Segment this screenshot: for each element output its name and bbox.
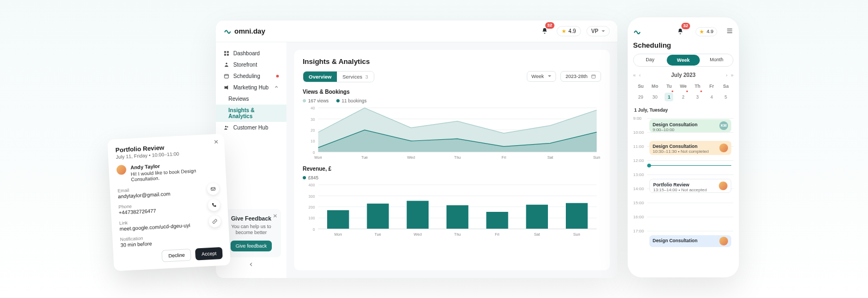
close-icon[interactable]: ✕ xyxy=(214,138,219,145)
svg-point-8 xyxy=(227,126,228,127)
phone-icon xyxy=(211,202,217,208)
granularity-select[interactable]: Week xyxy=(527,71,557,82)
svg-text:40: 40 xyxy=(311,106,315,111)
calendar-day[interactable]: 4 xyxy=(705,91,718,103)
sidebar-item-dashboard[interactable]: Dashboard xyxy=(216,48,286,59)
dashboard-window: omni.day 32 ★ 4.9 VP Dashboard Storefron… xyxy=(216,21,617,278)
notification-bell[interactable]: 32 xyxy=(675,26,686,37)
calendar-day[interactable]: 30 xyxy=(648,91,661,103)
svg-text:Sun: Sun xyxy=(593,155,601,159)
weekday-label: Th xyxy=(691,82,704,90)
calendar-day[interactable]: 3 xyxy=(691,91,704,103)
feedback-body: You can help us to become better xyxy=(227,224,275,236)
chevron-up-icon xyxy=(274,85,279,90)
period-select[interactable]: 2023-28th xyxy=(560,71,601,82)
svg-rect-0 xyxy=(224,51,226,53)
alert-dot-icon xyxy=(276,75,279,77)
decline-button[interactable]: Decline xyxy=(162,249,192,262)
tab-services[interactable]: Services 3 xyxy=(337,72,373,82)
chart-legend: £845 xyxy=(303,175,601,180)
views-bookings-chart: Views & Bookings 167 views 11 bookings 0… xyxy=(303,89,601,160)
prev-icon[interactable]: ‹ xyxy=(639,73,641,78)
analytics-panel: Insights & Analytics Overview Services 3… xyxy=(294,50,610,270)
phone-action-button[interactable] xyxy=(208,199,220,211)
chart-title: Revenue, £ xyxy=(303,166,601,172)
sidebar-item-scheduling[interactable]: Scheduling xyxy=(216,70,286,82)
chart-title: Views & Bookings xyxy=(303,89,601,95)
svg-rect-45 xyxy=(446,205,468,229)
svg-text:0: 0 xyxy=(312,228,315,232)
rating-pill[interactable]: ★ 4.9 xyxy=(695,27,717,36)
svg-text:Sat: Sat xyxy=(547,155,553,159)
svg-point-7 xyxy=(225,126,227,127)
sidebar-label: Marketing Hub xyxy=(233,85,269,90)
avatar xyxy=(719,237,728,245)
weekday-label: Tu xyxy=(662,82,675,90)
svg-text:Mon: Mon xyxy=(334,232,342,237)
next-icon[interactable]: › xyxy=(726,73,727,78)
svg-rect-54 xyxy=(211,187,215,190)
avatar xyxy=(719,182,727,190)
accept-button[interactable]: Accept xyxy=(195,247,223,261)
sidebar-item-insights[interactable]: Insights & Analytics xyxy=(216,105,286,122)
hour-label: 16:00 xyxy=(633,213,647,219)
brand-logo[interactable]: omni.day xyxy=(224,27,265,35)
user-menu[interactable]: VP xyxy=(586,26,610,36)
close-icon[interactable]: ✕ xyxy=(273,213,277,219)
calendar-event[interactable]: Portfolio Review13:15–14:00 • Not accept… xyxy=(649,179,731,193)
weekday-label: Mo xyxy=(648,82,661,90)
sidebar-label: Insights & Analytics xyxy=(228,107,279,119)
star-icon: ★ xyxy=(699,29,704,35)
calendar-day[interactable]: 2 xyxy=(676,91,690,103)
svg-text:Tue: Tue xyxy=(375,232,381,237)
svg-text:Sun: Sun xyxy=(573,232,580,237)
sidebar-item-marketing-hub[interactable]: Marketing Hub xyxy=(216,82,286,93)
svg-rect-1 xyxy=(227,51,228,53)
tab-week[interactable]: Week xyxy=(667,55,699,66)
hour-label: 10:00 xyxy=(633,129,647,135)
prev-fast-icon[interactable]: « xyxy=(633,73,636,78)
notification-bell[interactable]: 32 xyxy=(539,25,550,36)
tab-day[interactable]: Day xyxy=(634,54,666,66)
calendar-event[interactable]: Design Consultation9:00–10:00KM xyxy=(649,119,731,132)
event-title: Design Consultation xyxy=(653,144,728,149)
calendar-icon xyxy=(224,73,229,79)
calendar-week: SuMoTuWeThFrSa 293012345 xyxy=(633,81,733,104)
calendar-event[interactable]: Design Consultation10:30–11:30 • Not com… xyxy=(649,141,731,155)
svg-rect-2 xyxy=(224,54,226,55)
svg-text:200: 200 xyxy=(309,205,315,210)
svg-rect-41 xyxy=(367,204,388,229)
sidebar-item-reviews[interactable]: Reviews xyxy=(216,93,286,105)
calendar-day[interactable]: 1 xyxy=(662,91,675,103)
email-action-button[interactable] xyxy=(207,183,219,195)
hamburger-icon[interactable] xyxy=(726,27,733,36)
event-title: Design Consultation xyxy=(653,122,728,127)
calendar-event[interactable]: Design Consultation xyxy=(649,235,731,247)
phone-title: Scheduling xyxy=(633,41,733,49)
hour-label: 13:00 xyxy=(633,171,647,177)
avatar: KM xyxy=(719,121,728,130)
rating-value: 4.9 xyxy=(569,28,576,34)
rating-pill[interactable]: ★ 4.9 xyxy=(557,26,581,36)
feedback-button[interactable]: Give feedback xyxy=(231,241,272,251)
chevron-left-icon xyxy=(248,262,254,267)
next-fast-icon[interactable]: » xyxy=(731,73,733,78)
tab-month[interactable]: Month xyxy=(700,54,733,66)
sidebar-item-storefront[interactable]: Storefront xyxy=(216,59,286,70)
svg-text:Thu: Thu xyxy=(454,232,461,237)
svg-text:Sat: Sat xyxy=(534,232,540,237)
svg-text:Wed: Wed xyxy=(414,232,422,237)
svg-rect-51 xyxy=(566,203,588,229)
sidebar-label: Scheduling xyxy=(233,73,260,79)
sidebar-item-customer-hub[interactable]: Customer Hub xyxy=(216,122,286,133)
star-icon: ★ xyxy=(561,28,566,34)
svg-rect-5 xyxy=(225,74,228,78)
sidebar-label: Reviews xyxy=(228,96,249,102)
calendar-day[interactable]: 5 xyxy=(719,91,732,103)
timeline: 9:0010:0011:0012:0013:0014:0015:0016:001… xyxy=(633,115,733,242)
calendar-day[interactable]: 29 xyxy=(634,91,647,103)
svg-text:400: 400 xyxy=(309,184,315,188)
tab-overview[interactable]: Overview xyxy=(303,72,337,82)
svg-text:10: 10 xyxy=(311,139,315,144)
link-action-button[interactable] xyxy=(208,215,221,228)
